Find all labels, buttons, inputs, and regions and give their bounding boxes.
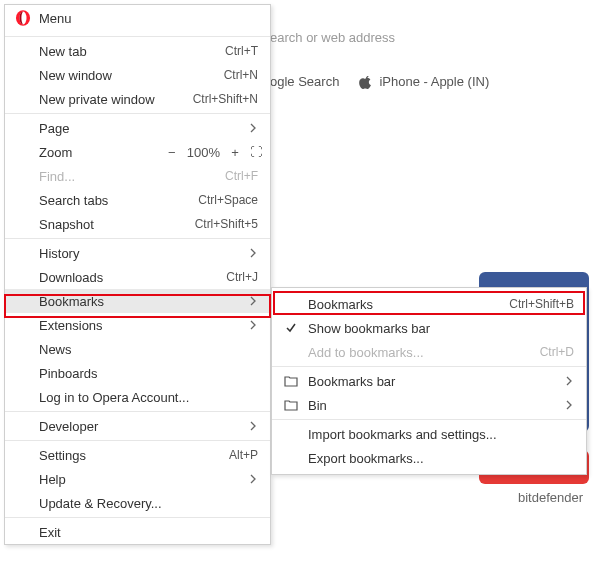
menu-developer-label: Developer (39, 419, 244, 434)
menu-history[interactable]: History (5, 241, 270, 265)
bookmark-apple[interactable]: iPhone - Apple (IN) (359, 74, 489, 89)
menu-pinboards[interactable]: Pinboards (5, 361, 270, 385)
menu-downloads[interactable]: Downloads Ctrl+J (5, 265, 270, 289)
bookmark-google[interactable]: ogle Search (270, 74, 339, 89)
chevron-right-icon (248, 474, 258, 484)
footer-text: bitdefender (518, 490, 583, 505)
chevron-right-icon (248, 248, 258, 258)
menu-new-tab[interactable]: New tab Ctrl+T (5, 39, 270, 63)
submenu-bookmarks-label: Bookmarks (308, 297, 501, 312)
zoom-value: 100% (187, 145, 220, 160)
submenu-bin[interactable]: Bin (272, 393, 586, 417)
menu-settings-label: Settings (39, 448, 221, 463)
menu-developer[interactable]: Developer (5, 414, 270, 438)
address-bar-placeholder: earch or web address (270, 30, 395, 45)
menu-new-window-label: New window (39, 68, 216, 83)
menu-header: Menu (5, 5, 270, 34)
chevron-right-icon (564, 400, 574, 410)
menu-new-private-label: New private window (39, 92, 185, 107)
folder-icon (282, 393, 300, 417)
fullscreen-icon[interactable]: ⛶ (250, 145, 260, 159)
chevron-right-icon (564, 376, 574, 386)
submenu-export-label: Export bookmarks... (308, 451, 574, 466)
menu-pinboards-label: Pinboards (39, 366, 258, 381)
menu-exit-label: Exit (39, 525, 258, 540)
menu-settings-shortcut: Alt+P (229, 448, 258, 462)
menu-title: Menu (39, 11, 72, 26)
menu-separator (5, 238, 270, 239)
menu-help-label: Help (39, 472, 244, 487)
menu-separator (5, 113, 270, 114)
menu-bookmarks[interactable]: Bookmarks (5, 289, 270, 313)
bookmark-apple-label: iPhone - Apple (IN) (379, 74, 489, 89)
menu-bookmarks-label: Bookmarks (39, 294, 244, 309)
menu-separator (5, 411, 270, 412)
main-menu: Menu New tab Ctrl+T New window Ctrl+N Ne… (4, 4, 271, 545)
menu-exit[interactable]: Exit (5, 520, 270, 544)
apple-icon (359, 75, 373, 89)
menu-separator (5, 517, 270, 518)
menu-history-label: History (39, 246, 244, 261)
submenu-bookmarks-shortcut: Ctrl+Shift+B (509, 297, 574, 311)
submenu-bin-label: Bin (308, 398, 560, 413)
menu-downloads-shortcut: Ctrl+J (226, 270, 258, 284)
menu-separator (5, 440, 270, 441)
menu-downloads-label: Downloads (39, 270, 218, 285)
submenu-bookmarks-bar-label: Bookmarks bar (308, 374, 560, 389)
submenu-import[interactable]: Import bookmarks and settings... (272, 422, 586, 446)
menu-separator (272, 366, 586, 367)
menu-snapshot-label: Snapshot (39, 217, 187, 232)
menu-find: Find... Ctrl+F (5, 164, 270, 188)
menu-news[interactable]: News (5, 337, 270, 361)
submenu-export[interactable]: Export bookmarks... (272, 446, 586, 470)
menu-update-label: Update & Recovery... (39, 496, 258, 511)
bookmark-google-label: ogle Search (270, 74, 339, 89)
chevron-right-icon (248, 320, 258, 330)
submenu-show-bar-label: Show bookmarks bar (308, 321, 574, 336)
menu-zoom-label: Zoom (39, 145, 165, 160)
menu-login-label: Log in to Opera Account... (39, 390, 258, 405)
menu-help[interactable]: Help (5, 467, 270, 491)
submenu-add: Add to bookmarks... Ctrl+D (272, 340, 586, 364)
submenu-bookmarks[interactable]: Bookmarks Ctrl+Shift+B (272, 292, 586, 316)
menu-search-tabs-shortcut: Ctrl+Space (198, 193, 258, 207)
opera-icon (15, 10, 31, 26)
menu-separator (5, 36, 270, 37)
menu-new-tab-label: New tab (39, 44, 217, 59)
submenu-import-label: Import bookmarks and settings... (308, 427, 574, 442)
menu-search-tabs[interactable]: Search tabs Ctrl+Space (5, 188, 270, 212)
submenu-show-bar[interactable]: Show bookmarks bar (272, 316, 586, 340)
submenu-add-shortcut: Ctrl+D (540, 345, 574, 359)
menu-separator (272, 419, 586, 420)
menu-update[interactable]: Update & Recovery... (5, 491, 270, 515)
submenu-bookmarks-bar[interactable]: Bookmarks bar (272, 369, 586, 393)
submenu-add-label: Add to bookmarks... (308, 345, 532, 360)
menu-settings[interactable]: Settings Alt+P (5, 443, 270, 467)
menu-new-private[interactable]: New private window Ctrl+Shift+N (5, 87, 270, 111)
menu-new-window-shortcut: Ctrl+N (224, 68, 258, 82)
chevron-right-icon (248, 421, 258, 431)
chevron-right-icon (248, 123, 258, 133)
menu-page-label: Page (39, 121, 244, 136)
menu-new-tab-shortcut: Ctrl+T (225, 44, 258, 58)
zoom-out-button[interactable]: − (165, 145, 179, 160)
menu-snapshot-shortcut: Ctrl+Shift+5 (195, 217, 258, 231)
bookmarks-submenu: Bookmarks Ctrl+Shift+B Show bookmarks ba… (271, 287, 587, 475)
menu-page[interactable]: Page (5, 116, 270, 140)
menu-extensions[interactable]: Extensions (5, 313, 270, 337)
folder-icon (282, 369, 300, 393)
chevron-right-icon (248, 296, 258, 306)
check-icon (282, 316, 300, 340)
menu-search-tabs-label: Search tabs (39, 193, 190, 208)
menu-news-label: News (39, 342, 258, 357)
menu-new-window[interactable]: New window Ctrl+N (5, 63, 270, 87)
menu-extensions-label: Extensions (39, 318, 244, 333)
zoom-in-button[interactable]: + (228, 145, 242, 160)
menu-snapshot[interactable]: Snapshot Ctrl+Shift+5 (5, 212, 270, 236)
menu-new-private-shortcut: Ctrl+Shift+N (193, 92, 258, 106)
menu-find-shortcut: Ctrl+F (225, 169, 258, 183)
menu-zoom: Zoom − 100% + ⛶ (5, 140, 270, 164)
bookmark-bar: ogle Search iPhone - Apple (IN) (270, 74, 489, 89)
menu-find-label: Find... (39, 169, 217, 184)
menu-login[interactable]: Log in to Opera Account... (5, 385, 270, 409)
